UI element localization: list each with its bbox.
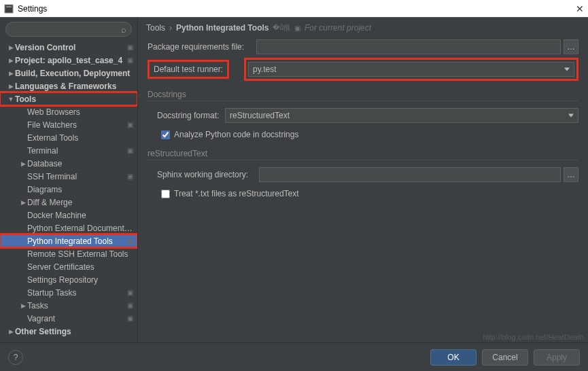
expand-arrow-icon[interactable]: ▶ <box>7 328 15 335</box>
svg-rect-0 <box>5 5 13 13</box>
tree-item-label: Terminal <box>27 146 127 156</box>
sidebar: ▶Version Control▣▶Project: apollo_test_c… <box>0 18 138 342</box>
tree-item-ssh-terminal[interactable]: SSH Terminal▣ <box>0 170 137 183</box>
pkg-req-input[interactable] <box>256 39 561 54</box>
tree-item-file-watchers[interactable]: File Watchers▣ <box>0 118 137 131</box>
analyze-checkbox[interactable] <box>161 130 170 139</box>
tree-item-database[interactable]: ▶Database <box>0 157 137 170</box>
tree-item-project-apollo-test-case-4[interactable]: ▶Project: apollo_test_case_4▣ <box>0 54 137 67</box>
project-scope-icon: ▣ <box>127 173 133 180</box>
tree-item-startup-tasks[interactable]: Startup Tasks▣ <box>0 286 137 299</box>
expand-arrow-icon[interactable]: ▶ <box>19 199 27 206</box>
project-scope-icon: �ů痕 <box>273 23 290 33</box>
close-icon[interactable]: ✕ <box>576 3 584 14</box>
tree-item-label: Diagrams <box>27 185 133 194</box>
tree-item-remote-ssh-external-tools[interactable]: Remote SSH External Tools <box>0 247 137 260</box>
tree-item-label: Database <box>27 159 133 169</box>
form-content: Package requirements file: … Default tes… <box>138 38 588 207</box>
settings-tree: ▶Version Control▣▶Project: apollo_test_c… <box>0 41 137 342</box>
treat-txt-checkbox[interactable] <box>161 190 170 198</box>
docfmt-label: Docstring format: <box>157 111 225 120</box>
expand-arrow-icon[interactable]: ▼ <box>7 96 15 103</box>
tree-item-label: Python External Documentation <box>27 224 133 233</box>
tree-item-version-control[interactable]: ▶Version Control▣ <box>0 41 137 54</box>
expand-arrow-icon[interactable]: ▶ <box>7 70 15 77</box>
breadcrumb-root[interactable]: Tools <box>146 23 165 33</box>
tree-item-label: Build, Execution, Deployment <box>15 69 133 78</box>
expand-arrow-icon[interactable]: ▶ <box>19 302 27 309</box>
tree-item-settings-repository[interactable]: Settings Repository <box>0 273 137 286</box>
tree-item-python-external-documentation[interactable]: Python External Documentation <box>0 222 137 234</box>
browse-button[interactable]: … <box>564 39 578 54</box>
sphinx-input[interactable] <box>259 167 561 182</box>
project-scope-icon: ▣ <box>127 43 133 51</box>
tree-item-tools[interactable]: ▼Tools <box>0 92 137 105</box>
tree-item-docker-machine[interactable]: Docker Machine <box>0 209 137 222</box>
tree-item-diagrams[interactable]: Diagrams <box>0 183 137 196</box>
tree-item-terminal[interactable]: Terminal▣ <box>0 144 137 157</box>
expand-arrow-icon[interactable]: ▶ <box>7 57 15 64</box>
tree-item-label: Diff & Merge <box>27 198 133 207</box>
row-analyze-docstrings: Analyze Python code in docstrings <box>148 127 578 142</box>
row-test-runner: Default test runner: py.test <box>148 58 578 80</box>
test-runner-label: Default test runner: <box>148 60 229 79</box>
tree-item-label: SSH Terminal <box>27 172 127 181</box>
test-runner-select[interactable]: py.test <box>248 62 574 77</box>
tree-item-label: Settings Repository <box>27 275 133 285</box>
tree-item-label: File Watchers <box>27 120 127 130</box>
chevron-right-icon: › <box>169 23 172 33</box>
tree-item-external-tools[interactable]: External Tools <box>0 131 137 144</box>
tree-item-label: Languages & Frameworks <box>15 82 133 91</box>
project-scope-icon: ▣ <box>127 302 133 309</box>
section-docstrings: Docstrings <box>148 83 578 101</box>
tree-item-label: Server Certificates <box>27 262 133 272</box>
row-treat-txt: Treat *.txt files as reStructuredText <box>148 186 578 201</box>
docfmt-value: reStructuredText <box>230 111 290 120</box>
project-scope-icon: ▣ <box>127 147 133 154</box>
breadcrumb-current: Python Integrated Tools <box>176 23 269 33</box>
tree-item-python-integrated-tools[interactable]: Python Integrated Tools▣ <box>0 234 137 247</box>
svg-rect-1 <box>6 6 12 7</box>
docfmt-select[interactable]: reStructuredText <box>225 108 578 123</box>
tree-item-label: Docker Machine <box>27 211 133 220</box>
tree-item-label: Other Settings <box>15 327 133 336</box>
app-icon <box>4 4 14 14</box>
tree-item-label: Project: apollo_test_case_4 <box>15 56 127 65</box>
main-panel: Tools › Python Integrated Tools �ů痕 ▣ Fo… <box>138 18 588 342</box>
apply-button[interactable]: Apply <box>534 349 580 366</box>
breadcrumb: Tools › Python Integrated Tools �ů痕 ▣ Fo… <box>138 18 588 38</box>
expand-arrow-icon[interactable]: ▶ <box>7 44 15 51</box>
test-runner-value: py.test <box>253 65 276 74</box>
browse-button[interactable]: … <box>564 167 578 182</box>
row-package-requirements: Package requirements file: … <box>148 38 578 56</box>
tree-item-other-settings[interactable]: ▶Other Settings <box>0 325 137 338</box>
tree-item-tasks[interactable]: ▶Tasks▣ <box>0 299 137 312</box>
section-rst: reStructuredText <box>148 142 578 160</box>
tree-item-label: Version Control <box>15 43 127 52</box>
breadcrumb-scope: For current project <box>305 23 371 33</box>
tree-item-label: Python Integrated Tools <box>27 236 127 246</box>
project-scope-icon: ▣ <box>127 289 133 296</box>
tree-item-label: Tasks <box>27 301 127 311</box>
tree-item-server-certificates[interactable]: Server Certificates <box>0 260 137 273</box>
expand-arrow-icon[interactable]: ▶ <box>7 83 15 90</box>
tree-item-label: Web Browsers <box>27 107 133 117</box>
row-docstring-format: Docstring format: reStructuredText <box>148 107 578 124</box>
project-scope-icon: ▣ <box>127 121 133 128</box>
tree-item-vagrant[interactable]: Vagrant▣ <box>0 312 137 325</box>
ok-button[interactable]: OK <box>430 349 477 366</box>
project-scope-icon: ▣ <box>127 56 133 64</box>
tree-item-build-execution-deployment[interactable]: ▶Build, Execution, Deployment <box>0 67 137 80</box>
help-button[interactable]: ? <box>8 350 23 365</box>
tree-item-diff-merge[interactable]: ▶Diff & Merge <box>0 196 137 209</box>
tree-item-label: Vagrant <box>27 314 127 323</box>
tree-item-label: Remote SSH External Tools <box>27 249 133 259</box>
expand-arrow-icon[interactable]: ▶ <box>19 160 27 167</box>
pkg-req-label: Package requirements file: <box>148 42 256 52</box>
sphinx-label: Sphinx working directory: <box>157 170 259 179</box>
cancel-button[interactable]: Cancel <box>482 349 528 366</box>
search-input[interactable] <box>5 22 132 37</box>
tree-item-web-browsers[interactable]: Web Browsers <box>0 105 137 118</box>
project-scope-icon: ▣ <box>127 237 133 245</box>
tree-item-languages-frameworks[interactable]: ▶Languages & Frameworks <box>0 80 137 92</box>
